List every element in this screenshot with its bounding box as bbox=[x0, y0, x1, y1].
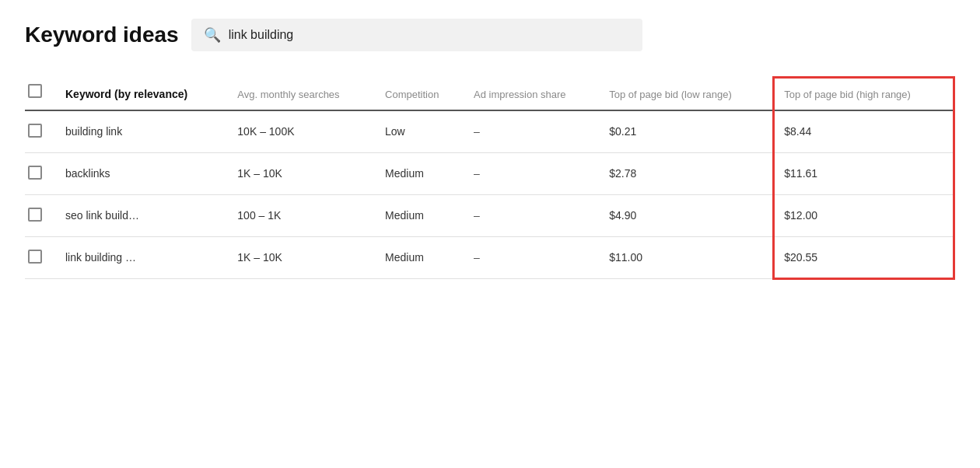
page-title: Keyword ideas bbox=[25, 23, 179, 47]
row-checkbox[interactable] bbox=[28, 250, 42, 264]
row-competition: Medium bbox=[376, 194, 464, 236]
row-top-bid-low: $11.00 bbox=[600, 236, 774, 278]
row-checkbox[interactable] bbox=[28, 124, 42, 138]
search-bar[interactable]: 🔍 link building bbox=[191, 19, 642, 51]
table-row: seo link build… 100 – 1K Medium – $4.90 … bbox=[25, 194, 954, 236]
row-top-bid-high: $20.55 bbox=[774, 236, 954, 278]
header-checkbox-col[interactable] bbox=[25, 78, 56, 110]
row-ad-impression: – bbox=[464, 236, 600, 278]
header-competition[interactable]: Competition bbox=[376, 78, 464, 110]
search-value: link building bbox=[229, 28, 294, 42]
header-keyword[interactable]: Keyword (by relevance) bbox=[56, 78, 228, 110]
row-keyword: seo link build… bbox=[56, 194, 228, 236]
header-top-bid-high[interactable]: Top of page bid (high range) bbox=[774, 78, 954, 110]
row-avg-searches: 1K – 10K bbox=[228, 236, 376, 278]
search-icon: 🔍 bbox=[204, 26, 221, 44]
row-keyword: backlinks bbox=[56, 152, 228, 194]
header-checkbox[interactable] bbox=[28, 84, 42, 98]
header-avg-searches[interactable]: Avg. monthly searches bbox=[228, 78, 376, 110]
row-checkbox-cell[interactable] bbox=[25, 110, 56, 153]
row-keyword: building link bbox=[56, 110, 228, 153]
row-competition: Medium bbox=[376, 236, 464, 278]
row-top-bid-low: $4.90 bbox=[600, 194, 774, 236]
row-competition: Low bbox=[376, 110, 464, 153]
row-competition: Medium bbox=[376, 152, 464, 194]
row-checkbox-cell[interactable] bbox=[25, 194, 56, 236]
header-row: Keyword ideas 🔍 link building bbox=[25, 19, 955, 51]
row-checkbox-cell[interactable] bbox=[25, 152, 56, 194]
row-ad-impression: – bbox=[464, 152, 600, 194]
row-top-bid-high: $11.61 bbox=[774, 152, 954, 194]
header-top-bid-low[interactable]: Top of page bid (low range) bbox=[600, 78, 774, 110]
row-top-bid-low: $0.21 bbox=[600, 110, 774, 153]
header-ad-impression[interactable]: Ad impression share bbox=[464, 78, 600, 110]
table-header-row: Keyword (by relevance) Avg. monthly sear… bbox=[25, 78, 954, 110]
row-checkbox-cell[interactable] bbox=[25, 236, 56, 278]
table-wrapper: Keyword (by relevance) Avg. monthly sear… bbox=[25, 76, 955, 280]
row-avg-searches: 10K – 100K bbox=[228, 110, 376, 153]
row-top-bid-high: $12.00 bbox=[774, 194, 954, 236]
table-row: link building … 1K – 10K Medium – $11.00… bbox=[25, 236, 954, 278]
table-row: backlinks 1K – 10K Medium – $2.78 $11.61 bbox=[25, 152, 954, 194]
row-top-bid-low: $2.78 bbox=[600, 152, 774, 194]
row-top-bid-high: $8.44 bbox=[774, 110, 954, 153]
row-ad-impression: – bbox=[464, 194, 600, 236]
row-keyword: link building … bbox=[56, 236, 228, 278]
row-checkbox[interactable] bbox=[28, 208, 42, 222]
keyword-table: Keyword (by relevance) Avg. monthly sear… bbox=[25, 76, 955, 280]
table-row: building link 10K – 100K Low – $0.21 $8.… bbox=[25, 110, 954, 153]
row-checkbox[interactable] bbox=[28, 166, 42, 180]
row-ad-impression: – bbox=[464, 110, 600, 153]
row-avg-searches: 100 – 1K bbox=[228, 194, 376, 236]
row-avg-searches: 1K – 10K bbox=[228, 152, 376, 194]
